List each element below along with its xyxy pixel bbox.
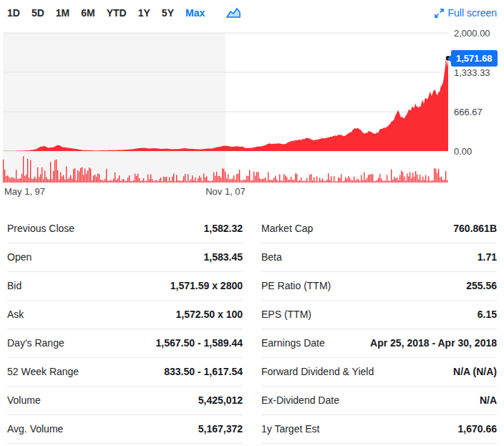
- y-axis-label: 666.67: [454, 107, 483, 117]
- stat-value: 5,425,012: [198, 394, 243, 406]
- stat-value: 255.56: [466, 280, 497, 291]
- fullscreen-label: Full screen: [448, 7, 497, 19]
- stat-label: Volume: [7, 394, 41, 407]
- stats-column-right: Market Cap 760.861B Beta 1.71 PE Ratio (…: [261, 215, 497, 444]
- stat-row: Previous Close 1,582.32: [7, 215, 243, 243]
- stat-value: N/A: [480, 394, 497, 406]
- range-button-1d[interactable]: 1D: [7, 7, 20, 19]
- stat-label: PE Ratio (TTM): [261, 280, 331, 292]
- stat-row: Beta 1.71: [261, 243, 497, 272]
- stat-label: Market Cap: [261, 223, 313, 235]
- stat-row: PE Ratio (TTM) 255.56: [261, 272, 497, 301]
- stat-row: EPS (TTM) 6.15: [261, 301, 497, 329]
- stat-label: Forward Dividend & Yield: [261, 366, 374, 378]
- stat-label: Open: [7, 251, 32, 263]
- stat-label: 1y Target Est: [261, 423, 319, 435]
- stat-value: Apr 25, 2018 - Apr 30, 2018: [370, 337, 497, 349]
- stat-row: Ex-Dividend Date N/A: [261, 387, 497, 415]
- y-axis-label: 2,000.00: [454, 28, 490, 39]
- price-chart: 2,000.00 1,333.33 666.67 0.00 May 1, 97 …: [0, 26, 504, 202]
- stat-value: 1,567.50 - 1,589.44: [156, 337, 243, 349]
- stat-value: 1,582.32: [204, 223, 243, 234]
- stats-column-left: Previous Close 1,582.32 Open 1,583.45 Bi…: [7, 215, 243, 444]
- stat-row: Day's Range 1,567.50 - 1,589.44: [7, 329, 243, 358]
- stat-label: 52 Week Range: [7, 366, 79, 378]
- stat-row: Bid 1,571.59 x 2800: [7, 272, 243, 301]
- area-chart-type-button[interactable]: [226, 7, 241, 19]
- range-button-1y[interactable]: 1Y: [138, 7, 150, 19]
- range-button-1m[interactable]: 1M: [56, 7, 69, 19]
- fullscreen-expand-icon: [435, 9, 444, 18]
- price-chart-svg[interactable]: [3, 33, 448, 183]
- last-price-badge: 1,571.68: [451, 50, 498, 67]
- stat-value: 5,167,372: [198, 423, 243, 435]
- stat-value: 1,571.59 x 2800: [170, 280, 243, 291]
- stat-row: 1y Target Est 1,670.66: [261, 415, 497, 444]
- stat-row: 52 Week Range 833.50 - 1,617.54: [7, 358, 243, 387]
- range-button-5y[interactable]: 5Y: [162, 7, 174, 19]
- stat-value: 6.15: [478, 309, 497, 320]
- range-button-5d[interactable]: 5D: [32, 7, 44, 19]
- x-axis-label: Nov 1, 07: [205, 186, 246, 197]
- stat-label: Bid: [7, 280, 21, 292]
- stat-value: 760.861B: [453, 223, 497, 234]
- y-axis-label: 1,333.33: [454, 67, 490, 78]
- stat-label: EPS (TTM): [261, 309, 311, 321]
- stat-row: Earnings Date Apr 25, 2018 - Apr 30, 201…: [261, 329, 497, 358]
- chart-toolbar: 1D 5D 1M 6M YTD 1Y 5Y Max Full screen: [0, 0, 504, 26]
- stat-value: 1,572.50 x 100: [176, 309, 243, 320]
- stat-label: Earnings Date: [261, 337, 325, 349]
- stat-label: Previous Close: [7, 223, 74, 235]
- stat-row: Avg. Volume 5,167,372: [7, 415, 243, 444]
- stat-row: Volume 5,425,012: [7, 387, 243, 415]
- stat-label: Day's Range: [7, 337, 64, 349]
- stat-value: 833.50 - 1,617.54: [164, 366, 243, 377]
- area-chart-icon: [226, 10, 241, 21]
- statistics-table: Previous Close 1,582.32 Open 1,583.45 Bi…: [0, 215, 504, 444]
- stat-row: Market Cap 760.861B: [261, 215, 497, 243]
- y-axis-label: 0.00: [454, 146, 472, 157]
- x-axis-label: May 1, 97: [4, 186, 45, 197]
- range-button-ytd[interactable]: YTD: [107, 7, 127, 19]
- stat-value: 1.71: [478, 251, 497, 263]
- stat-row: Forward Dividend & Yield N/A (N/A): [261, 358, 497, 387]
- range-button-6m[interactable]: 6M: [81, 7, 94, 19]
- stat-value: N/A (N/A): [453, 366, 497, 377]
- range-button-max[interactable]: Max: [185, 7, 205, 19]
- stat-label: Ex-Dividend Date: [261, 394, 339, 407]
- stat-label: Ask: [7, 309, 24, 321]
- fullscreen-button[interactable]: Full screen: [435, 7, 497, 19]
- stat-value: 1,670.66: [458, 423, 498, 435]
- stat-row: Ask 1,572.50 x 100: [7, 301, 243, 329]
- stat-label: Beta: [261, 251, 282, 263]
- stat-row: Open 1,583.45: [7, 243, 243, 272]
- stat-value: 1,583.45: [204, 251, 243, 263]
- stat-label: Avg. Volume: [7, 423, 63, 435]
